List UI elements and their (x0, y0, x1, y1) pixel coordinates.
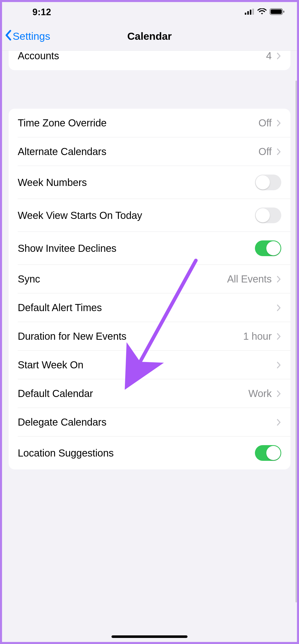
row-label: Duration for New Events (18, 331, 243, 342)
row-duration-for-new-events[interactable]: Duration for New Events 1 hour (9, 322, 290, 351)
back-button[interactable]: Settings (5, 30, 50, 43)
svg-rect-5 (271, 9, 282, 14)
row-label: Week Numbers (18, 177, 255, 188)
row-value: All Events (227, 273, 272, 285)
svg-rect-2 (250, 10, 251, 15)
status-bar: 9:12 (2, 2, 297, 22)
row-location-suggestions: Location Suggestions (9, 437, 290, 469)
row-week-view-starts-today: Week View Starts On Today (9, 199, 290, 232)
svg-rect-3 (252, 9, 254, 15)
row-default-alert-times[interactable]: Default Alert Times (9, 293, 290, 322)
toggle-week-view-starts-today[interactable] (255, 207, 281, 223)
row-label: Week View Starts On Today (18, 210, 255, 221)
row-label: Start Week On (18, 359, 276, 371)
chevron-right-icon (276, 390, 281, 397)
page-title: Calendar (127, 30, 172, 42)
chevron-right-icon (276, 333, 281, 340)
chevron-right-icon (276, 119, 281, 127)
row-value: 1 hour (243, 331, 272, 342)
svg-rect-0 (245, 13, 246, 15)
chevron-right-icon (276, 419, 281, 426)
scroll-indicator (295, 81, 297, 602)
toggle-week-numbers[interactable] (255, 175, 281, 190)
row-label: Accounts (18, 51, 266, 62)
row-value: 4 (266, 51, 272, 62)
navigation-bar: Settings Calendar (2, 22, 297, 51)
row-label: Default Alert Times (18, 302, 276, 313)
status-time: 9:12 (32, 7, 51, 17)
row-label: Alternate Calendars (18, 146, 258, 157)
row-accounts[interactable]: Accounts 4 (9, 51, 290, 70)
row-week-numbers: Week Numbers (9, 166, 290, 199)
back-label: Settings (13, 30, 50, 42)
row-label: Show Invitee Declines (18, 243, 255, 254)
chevron-right-icon (276, 304, 281, 312)
home-indicator[interactable] (111, 635, 188, 638)
row-time-zone-override[interactable]: Time Zone Override Off (9, 109, 290, 137)
row-label: Delegate Calendars (18, 416, 276, 428)
row-delegate-calendars[interactable]: Delegate Calendars (9, 408, 290, 437)
row-start-week-on[interactable]: Start Week On (9, 351, 290, 379)
row-default-calendar[interactable]: Default Calendar Work (9, 379, 290, 408)
row-label: Sync (18, 273, 227, 285)
row-value: Off (258, 117, 272, 129)
settings-scroll-area[interactable]: Accounts 4 Time Zone Override Off Altern… (2, 51, 297, 642)
svg-rect-1 (247, 11, 249, 15)
status-icons (245, 8, 285, 16)
row-value: Work (248, 388, 272, 399)
battery-icon (270, 8, 285, 16)
chevron-right-icon (276, 361, 281, 369)
section-accounts: Accounts 4 (9, 51, 290, 70)
chevron-right-icon (276, 275, 281, 283)
row-sync[interactable]: Sync All Events (9, 265, 290, 293)
phone-screen-frame: 9:12 (0, 0, 299, 644)
toggle-show-invitee-declines[interactable] (255, 240, 281, 256)
chevron-right-icon (276, 52, 281, 60)
row-label: Time Zone Override (18, 117, 258, 129)
chevron-left-icon (5, 30, 12, 43)
section-gap (9, 84, 290, 109)
row-show-invitee-declines: Show Invitee Declines (9, 232, 290, 265)
wifi-icon (257, 8, 267, 16)
row-label: Default Calendar (18, 388, 248, 399)
cellular-signal-icon (245, 9, 254, 16)
row-label: Location Suggestions (18, 447, 255, 459)
row-alternate-calendars[interactable]: Alternate Calendars Off (9, 137, 290, 166)
chevron-right-icon (276, 148, 281, 156)
section-main: Time Zone Override Off Alternate Calenda… (9, 109, 290, 469)
svg-rect-6 (283, 11, 284, 13)
row-value: Off (258, 146, 272, 157)
toggle-location-suggestions[interactable] (255, 445, 281, 461)
